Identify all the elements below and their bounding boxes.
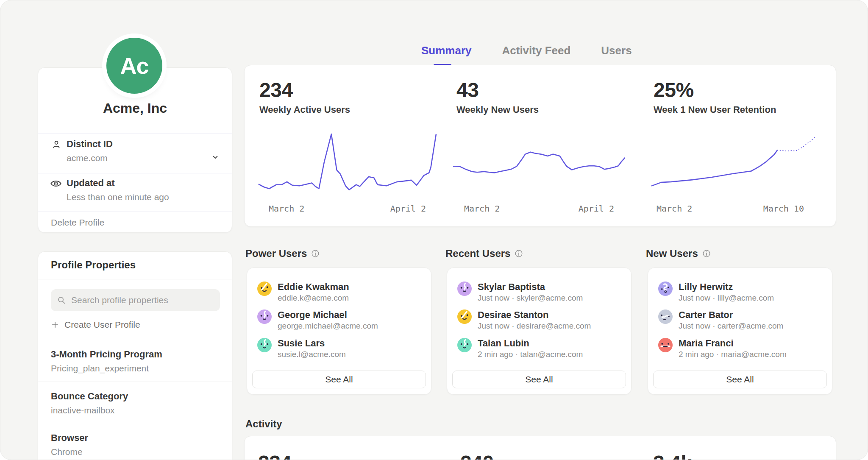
divider xyxy=(38,382,232,382)
user-detail: eddie.k@acme.com xyxy=(278,293,349,303)
user-avatar xyxy=(257,282,272,296)
tab-activity-feed[interactable]: Activity Feed xyxy=(502,44,571,57)
tab-users[interactable]: Users xyxy=(601,44,632,57)
stat-value: 43 xyxy=(456,78,479,102)
power-users-header: Power Users xyxy=(245,248,320,259)
see-all-button[interactable]: See All xyxy=(252,371,426,388)
property-name: Bounce Category xyxy=(51,391,128,402)
see-all-button[interactable]: See All xyxy=(452,371,626,388)
recent-users-header: Recent Users xyxy=(445,248,523,259)
x-tick: March 2 xyxy=(269,204,304,214)
tab-summary[interactable]: Summary xyxy=(421,44,472,57)
divider xyxy=(38,279,232,279)
user-avatar xyxy=(658,309,673,324)
activity-stat: 234 xyxy=(258,451,292,460)
property-value: Pricing_plan_experiment xyxy=(51,363,149,374)
eye-icon xyxy=(50,178,62,189)
user-name: Susie Lars xyxy=(278,338,346,349)
user-avatar xyxy=(257,338,272,352)
user-avatar xyxy=(457,309,472,324)
chevron-down-icon[interactable] xyxy=(210,152,221,163)
search-icon xyxy=(57,296,66,305)
info-icon[interactable] xyxy=(515,249,523,258)
user-detail: Just now · lilly@acme.com xyxy=(679,293,774,303)
user-list-item[interactable]: Lilly Herwitz Just now · lilly@acme.com xyxy=(658,282,822,303)
user-list-item[interactable]: Susie Lars susie.l@acme.com xyxy=(257,338,421,360)
user-avatar xyxy=(457,282,472,296)
property-value: inactive-mailbox xyxy=(51,405,115,415)
section-title: New Users xyxy=(646,248,698,259)
person-icon xyxy=(51,139,62,150)
stat-label: Weekly New Users xyxy=(456,104,539,115)
user-detail: 2 min ago · talan@acme.com xyxy=(478,349,583,360)
user-name: Skylar Baptista xyxy=(478,282,583,293)
see-all-button[interactable]: See All xyxy=(653,371,827,388)
activity-stat: 3.4k xyxy=(653,451,692,460)
company-avatar: Ac xyxy=(106,38,162,94)
company-name: Acme, Inc xyxy=(38,100,232,116)
stat-label: Weekly Active Users xyxy=(259,104,350,115)
x-axis-labels: March 2 April 2 xyxy=(453,204,625,214)
user-list-item[interactable]: Skylar Baptista Just now · skyler@acme.c… xyxy=(457,282,621,303)
profile-properties-title: Profile Properties xyxy=(51,259,136,271)
power-users-card: Eddie Kwakman eddie.k@acme.com George Mi… xyxy=(247,268,431,395)
property-value: Chrome xyxy=(51,447,83,457)
divider xyxy=(38,422,232,422)
new-users-card: Lilly Herwitz Just now · lilly@acme.com … xyxy=(648,268,832,395)
divider xyxy=(38,212,232,212)
user-detail: Just now · desirare@acme.com xyxy=(478,321,591,331)
user-name: Maria Franci xyxy=(679,338,787,349)
section-title: Power Users xyxy=(245,248,307,259)
recent-users-card: Skylar Baptista Just now · skyler@acme.c… xyxy=(447,268,632,395)
profile-properties-search[interactable] xyxy=(51,289,220,311)
user-list-item[interactable]: Maria Franci 2 min ago · maria@acme.com xyxy=(658,338,822,360)
user-name: Eddie Kwakman xyxy=(278,282,349,293)
search-input[interactable] xyxy=(71,295,214,305)
divider xyxy=(38,134,232,134)
activity-stat: 240 xyxy=(460,451,494,460)
user-list-item[interactable]: Talan Lubin 2 min ago · talan@acme.com xyxy=(457,338,621,360)
new-users-header: New Users xyxy=(646,248,711,259)
activity-title: Activity xyxy=(245,418,282,430)
x-tick: April 2 xyxy=(390,204,426,214)
x-tick: April 2 xyxy=(579,204,614,214)
user-detail: Just now · skyler@acme.com xyxy=(478,293,583,303)
property-name: Browser xyxy=(51,432,88,443)
user-name: Talan Lubin xyxy=(478,338,583,349)
user-name: George Michael xyxy=(278,309,378,321)
stat-label: Week 1 New User Retention xyxy=(654,104,776,115)
user-list-item[interactable]: Eddie Kwakman eddie.k@acme.com xyxy=(257,282,421,303)
profile-properties-card: Profile Properties Create User Profile 3… xyxy=(38,251,232,460)
divider xyxy=(38,173,232,173)
weekly-active-users-chart xyxy=(259,134,436,190)
user-avatar xyxy=(658,338,673,352)
user-detail: Just now · carter@acme.com xyxy=(679,321,783,331)
user-avatar xyxy=(257,309,272,324)
user-name: Desirae Stanton xyxy=(478,309,591,321)
weekly-new-users-chart xyxy=(453,151,625,173)
user-detail: susie.l@acme.com xyxy=(278,349,346,360)
property-name: 3-Month Pricing Program xyxy=(51,349,162,360)
user-list-item[interactable]: Carter Bator Just now · carter@acme.com xyxy=(658,309,822,331)
activity-card: 234 240 3.4k xyxy=(244,436,836,460)
divider xyxy=(38,342,232,342)
distinct-id-label: Distinct ID xyxy=(67,139,113,150)
user-avatar xyxy=(457,338,472,352)
user-name: Lilly Herwitz xyxy=(679,282,774,293)
info-icon[interactable] xyxy=(702,249,711,258)
user-list-item[interactable]: George Michael george.michael@acme.com xyxy=(257,309,421,331)
x-tick: March 10 xyxy=(763,204,804,214)
plus-icon xyxy=(51,321,59,329)
delete-profile-button[interactable]: Delete Profile xyxy=(51,217,104,228)
user-detail: 2 min ago · maria@acme.com xyxy=(679,349,787,360)
x-axis-labels: March 2 April 2 xyxy=(259,204,436,214)
updated-at-value: Less than one minute ago xyxy=(67,192,169,202)
user-detail: george.michael@acme.com xyxy=(278,321,378,331)
create-user-profile-button[interactable]: Create User Profile xyxy=(51,320,140,330)
user-name: Carter Bator xyxy=(679,309,783,321)
section-title: Recent Users xyxy=(445,248,510,259)
company-profile-window: { "company": { "name": "Acme, Inc", "ava… xyxy=(0,0,868,460)
user-list-item[interactable]: Desirae Stanton Just now · desirare@acme… xyxy=(457,309,621,331)
info-icon[interactable] xyxy=(311,249,320,258)
stat-value: 25% xyxy=(654,78,694,102)
